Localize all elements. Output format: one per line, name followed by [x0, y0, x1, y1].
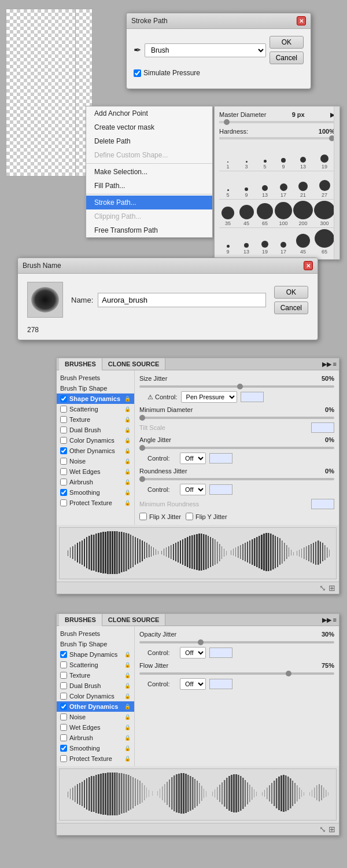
sidebar-item-other-dynamics[interactable]: Other Dynamics🔒 [57, 446, 134, 456]
angle-control-select[interactable]: Off [180, 453, 206, 464]
sidebar-item-color-dynamics[interactable]: Color Dynamics🔒 [57, 435, 134, 446]
sidebar-checkbox[interactable] [60, 406, 67, 413]
roundness-jitter-slider[interactable] [139, 478, 334, 480]
size-control-select[interactable]: Pen Pressure [181, 391, 237, 403]
sidebar-checkbox[interactable] [60, 395, 67, 402]
panel-forward-icon-2[interactable]: ▶▶ [322, 616, 331, 624]
sidebar-checkbox[interactable] [60, 447, 67, 454]
brush-dot[interactable]: 9 [238, 172, 255, 198]
sidebar-checkbox[interactable] [60, 489, 67, 496]
sidebar-checkbox[interactable] [60, 693, 67, 700]
brush-dot[interactable]: 21 [293, 172, 313, 198]
flow-control-select[interactable]: Off [180, 678, 206, 690]
panel-menu-icon[interactable]: ≡ [333, 361, 337, 367]
tab-brushes-1[interactable]: BRUSHES [59, 358, 102, 370]
sidebar-checkbox[interactable] [60, 499, 67, 506]
sidebar-item-smoothing[interactable]: Smoothing🔒 [57, 743, 134, 753]
size-jitter-slider[interactable] [139, 385, 334, 388]
menu-item-make-selection[interactable]: Make Selection... [86, 165, 212, 179]
diameter-slider[interactable] [219, 121, 335, 123]
brush-dot[interactable]: 45 [238, 201, 255, 226]
menu-item-stroke-path[interactable]: Stroke Path... [86, 196, 212, 209]
brush-dot[interactable]: 19 [314, 144, 335, 170]
panel-forward-icon[interactable]: ▶▶ [322, 361, 331, 368]
sidebar-item-airbrush[interactable]: Airbrush🔒 [57, 477, 134, 487]
sidebar-item-brush-presets[interactable]: Brush Presets [57, 628, 134, 639]
sidebar-item-color-dynamics[interactable]: Color Dynamics🔒 [57, 691, 134, 701]
sidebar-item-noise[interactable]: Noise🔒 [57, 456, 134, 466]
sidebar-item-texture[interactable]: Texture🔒 [57, 670, 134, 681]
sidebar-checkbox[interactable] [60, 479, 67, 486]
sidebar-checkbox[interactable] [60, 724, 67, 731]
opacity-jitter-slider[interactable] [139, 641, 334, 643]
menu-item-add-anchor-point[interactable]: Add Anchor Point [86, 106, 212, 120]
brush-dot[interactable]: 9 [275, 144, 292, 170]
sidebar-checkbox[interactable] [60, 734, 67, 741]
sidebar-checkbox[interactable] [60, 703, 67, 710]
stroke-ok-button[interactable]: OK [270, 36, 304, 49]
brush-dot[interactable]: 65 [256, 201, 274, 226]
brush-dot[interactable]: 1 [219, 144, 237, 170]
sidebar-checkbox[interactable] [60, 713, 67, 720]
sidebar-item-noise[interactable]: Noise🔒 [57, 712, 134, 722]
brush-dot[interactable]: 35 [219, 201, 237, 226]
sidebar-item-shape-dynamics[interactable]: Shape Dynamics🔒 [57, 393, 134, 404]
hardness-slider[interactable] [219, 137, 335, 139]
sidebar-checkbox[interactable] [60, 651, 67, 658]
brush-dot[interactable]: 27 [314, 172, 335, 198]
sidebar-checkbox[interactable] [60, 416, 67, 423]
bsp-scrollbar[interactable] [334, 106, 339, 259]
sidebar-item-smoothing[interactable]: Smoothing🔒 [57, 487, 134, 498]
sidebar-checkbox[interactable] [60, 745, 67, 752]
sidebar-item-protect-texture[interactable]: Protect Texture🔒 [57, 753, 134, 764]
sidebar-item-brush-presets[interactable]: Brush Presets [57, 373, 134, 383]
tool-select[interactable]: Brush [145, 43, 266, 57]
menu-item-free-transform-path[interactable]: Free Transform Path [86, 223, 212, 237]
flip-x-label[interactable]: Flip X Jitter [139, 513, 181, 520]
sidebar-checkbox[interactable] [60, 755, 67, 762]
flow-jitter-slider[interactable] [139, 672, 334, 675]
brush-dot[interactable]: 5 [219, 172, 237, 198]
brush-dot[interactable]: 100 [275, 201, 292, 226]
sidebar-item-other-dynamics[interactable]: Other Dynamics🔒 [57, 701, 134, 712]
sidebar-item-texture[interactable]: Texture🔒 [57, 414, 134, 425]
brush-dot[interactable]: 3 [238, 144, 255, 170]
sidebar-item-scattering[interactable]: Scattering🔒 [57, 660, 134, 670]
angle-jitter-slider[interactable] [139, 447, 334, 449]
flip-y-checkbox[interactable] [186, 513, 193, 520]
sidebar-item-dual-brush[interactable]: Dual Brush🔒 [57, 425, 134, 435]
sidebar-item-scattering[interactable]: Scattering🔒 [57, 404, 134, 414]
brushname-cancel-button[interactable]: Cancel [274, 301, 308, 314]
preview-expand-icon-2[interactable]: ⤡ [319, 825, 326, 834]
panel-menu-icon-2[interactable]: ≡ [333, 616, 337, 623]
sidebar-checkbox[interactable] [60, 437, 67, 444]
brush-dot[interactable]: 300 [314, 201, 335, 226]
sidebar-item-wet-edges[interactable]: Wet Edges🔒 [57, 466, 134, 477]
flip-y-label[interactable]: Flip Y Jitter [186, 513, 227, 520]
opacity-control-select[interactable]: Off [180, 647, 206, 659]
brush-name-input[interactable] [98, 293, 265, 307]
sidebar-checkbox[interactable] [60, 672, 67, 679]
tab-clone-source-2[interactable]: CLONE SOURCE [102, 614, 166, 626]
flip-x-checkbox[interactable] [139, 513, 147, 520]
close-icon[interactable]: ✕ [297, 16, 306, 25]
preview-grid-icon[interactable]: ⊞ [328, 583, 335, 593]
brush-dot[interactable]: 5 [256, 144, 274, 170]
preview-expand-icon[interactable]: ⤡ [319, 583, 326, 593]
tab-clone-source-1[interactable]: CLONE SOURCE [102, 358, 166, 370]
brushname-ok-button[interactable]: OK [274, 286, 308, 299]
menu-item-fill-path[interactable]: Fill Path... [86, 179, 212, 193]
brush-dot[interactable]: 17 [275, 172, 292, 198]
sidebar-checkbox[interactable] [60, 682, 67, 689]
sidebar-item-protect-texture[interactable]: Protect Texture🔒 [57, 498, 134, 508]
sidebar-checkbox[interactable] [60, 458, 67, 465]
tab-brushes-2[interactable]: BRUSHES [59, 614, 102, 626]
sidebar-item-dual-brush[interactable]: Dual Brush🔒 [57, 681, 134, 691]
stroke-cancel-button[interactable]: Cancel [270, 52, 304, 64]
brush-dot[interactable]: 13 [293, 144, 313, 170]
simulate-pressure-checkbox[interactable] [134, 69, 141, 77]
brush-dot[interactable]: 19 [256, 229, 274, 255]
roundness-control-select[interactable]: Off [180, 484, 206, 495]
brush-dot[interactable]: 9 [219, 229, 237, 255]
sidebar-item-brush-tip-shape[interactable]: Brush Tip Shape [57, 639, 134, 649]
